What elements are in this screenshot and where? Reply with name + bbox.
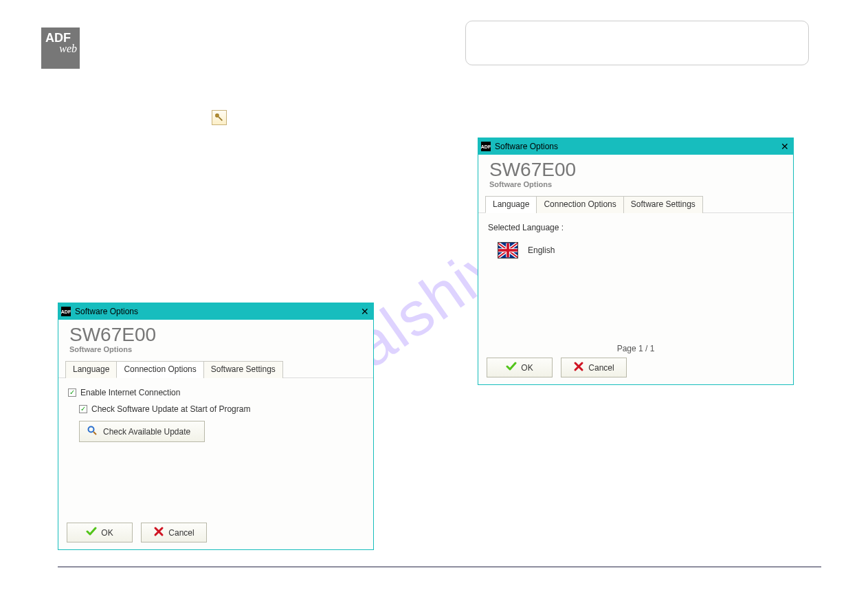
check-icon: [506, 361, 517, 374]
enable-internet-checkbox[interactable]: ✓: [68, 388, 76, 397]
tab-body-language: Selected Language : English Page 1 / 1: [478, 213, 793, 358]
check-update-start-label: Check Software Update at Start of Progra…: [91, 404, 250, 414]
product-code: SW67E00: [489, 159, 785, 181]
x-icon: [153, 526, 164, 539]
dialog-title: Software Options: [495, 142, 558, 151]
ok-label: OK: [521, 363, 533, 373]
dialog-subtitle: Software Options: [69, 345, 365, 353]
magnifier-icon: [87, 425, 98, 438]
svg-point-2: [89, 427, 94, 432]
page-count: Page 1 / 1: [478, 344, 793, 353]
cancel-label: Cancel: [588, 363, 614, 373]
cancel-label: Cancel: [168, 528, 194, 538]
tab-software-settings[interactable]: Software Settings: [203, 361, 283, 378]
software-options-dialog-language: ADF Software Options ✕ SW67E00 Software …: [478, 138, 794, 385]
title-bar[interactable]: ADF Software Options ✕: [478, 138, 793, 155]
tab-software-settings[interactable]: Software Settings: [623, 196, 703, 213]
language-option-english[interactable]: English: [498, 242, 783, 259]
x-icon: [573, 361, 584, 374]
cancel-button[interactable]: Cancel: [141, 523, 207, 542]
dialog-subtitle: Software Options: [489, 180, 785, 188]
dialog-title: Software Options: [75, 307, 138, 316]
software-options-dialog-connection: ADF Software Options ✕ SW67E00 Software …: [58, 303, 374, 550]
close-icon[interactable]: ✕: [781, 140, 789, 153]
svg-rect-8: [498, 249, 518, 252]
svg-line-1: [219, 117, 222, 120]
settings-tool-icon: [212, 110, 227, 125]
logo-text-bottom: web: [41, 44, 80, 58]
tab-strip: Language Connection Options Software Set…: [58, 360, 373, 378]
tab-language[interactable]: Language: [485, 196, 537, 213]
cancel-button[interactable]: Cancel: [561, 358, 627, 377]
logo-text-top: ADF: [41, 28, 80, 44]
enable-internet-label: Enable Internet Connection: [80, 388, 180, 397]
app-icon: ADF: [61, 307, 71, 316]
ok-label: OK: [101, 528, 113, 538]
product-code: SW67E00: [69, 324, 365, 346]
header-box: [465, 21, 809, 65]
tab-strip: Language Connection Options Software Set…: [478, 195, 793, 213]
footer-rule: [58, 567, 821, 567]
ok-button[interactable]: OK: [487, 358, 553, 377]
app-icon: ADF: [481, 142, 491, 151]
check-available-update-button[interactable]: Check Available Update: [79, 421, 205, 442]
check-icon: [86, 526, 97, 539]
check-available-update-label: Check Available Update: [103, 427, 190, 437]
title-bar[interactable]: ADF Software Options ✕: [58, 303, 373, 320]
selected-language-label: Selected Language :: [488, 223, 783, 232]
close-icon[interactable]: ✕: [361, 305, 369, 318]
tab-connection-options[interactable]: Connection Options: [536, 196, 623, 213]
tab-language[interactable]: Language: [65, 361, 117, 378]
tab-connection-options[interactable]: Connection Options: [116, 361, 203, 378]
check-update-start-checkbox[interactable]: ✓: [79, 405, 87, 413]
ok-button[interactable]: OK: [67, 523, 133, 542]
logo: ADF web: [41, 28, 80, 69]
svg-rect-0: [216, 114, 219, 117]
english-label: English: [528, 245, 555, 255]
svg-line-3: [93, 432, 96, 435]
uk-flag-icon: [498, 242, 518, 259]
tab-body-connection: ✓ Enable Internet Connection ✓ Check Sof…: [58, 378, 373, 523]
